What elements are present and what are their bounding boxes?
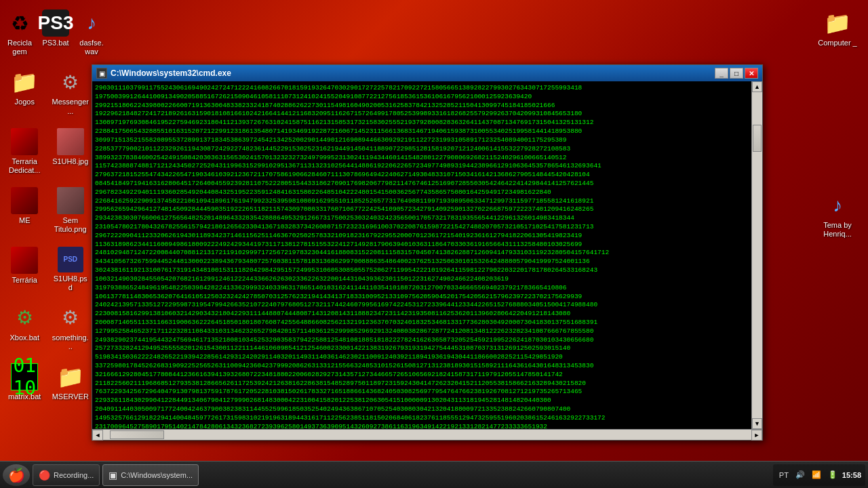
tray-lang[interactable]: PT xyxy=(777,471,791,479)
icon-computer[interactable]: 📁 Computer _ xyxy=(810,7,865,50)
cmd-window-icon: ▣ xyxy=(96,68,107,79)
icon-me[interactable]: ME xyxy=(3,184,46,228)
maximize-button[interactable]: □ xyxy=(730,68,743,79)
tray-network[interactable]: 📶 xyxy=(810,470,823,479)
desktop-icons-right: 📁 Computer _ ♪ Tema by Henriq... xyxy=(773,0,868,461)
icon-s1uh8psd[interactable]: PSD S1UH8.psd xyxy=(50,244,92,295)
icon-ps3bat[interactable]: PS3 PS3.bat xyxy=(39,7,72,50)
cmd-output: 2903011103799117552430616949024272471222… xyxy=(95,84,749,429)
desktop-icons-left: ♻ Reciclagem PS3 PS3.bat ♪ dasfse.wav 📁 … xyxy=(0,0,95,461)
hscroll-left-button[interactable]: ◄ xyxy=(92,430,103,441)
scrollbar-up-button[interactable]: ▲ xyxy=(752,81,762,92)
icon-xboxbat[interactable]: ⚙ Xbox.bat xyxy=(3,302,46,345)
icon-matrixbat[interactable]: 0110 matrix.bat xyxy=(3,361,46,404)
icon-mserver[interactable]: 📁 MSERVER xyxy=(50,361,92,404)
cmd-scrollbar[interactable]: ▲ ▼ xyxy=(751,81,762,429)
icon-s1uh8jpg[interactable]: S1UH8.jpg xyxy=(50,125,92,169)
start-button[interactable]: 🍎 xyxy=(3,464,30,486)
scrollbar-track[interactable] xyxy=(752,92,762,418)
cmd-text-area[interactable]: 2903011103799117552430616949024272471222… xyxy=(92,81,751,429)
icon-terraria2[interactable]: Terrária xyxy=(3,244,46,287)
icon-something[interactable]: ⚙ something... xyxy=(50,302,92,354)
recording-label: Recording... xyxy=(54,471,94,479)
recording-icon: 🔴 xyxy=(39,470,50,481)
cmd-hscroll[interactable]: ◄ ► xyxy=(92,429,762,440)
cmd-titlebar[interactable]: ▣ C:\Windows\system32\cmd.exe _ □ ✕ xyxy=(92,65,762,81)
icon-terraria-dedicat[interactable]: Terraria Dedicat... xyxy=(3,125,46,178)
tray-time: 15:58 xyxy=(842,471,861,479)
hscroll-track[interactable] xyxy=(103,430,751,440)
taskbar-tray: PT 🔊 📶 🔋 15:58 xyxy=(773,464,865,486)
close-button[interactable]: ✕ xyxy=(745,68,758,79)
tray-volume[interactable]: 🔊 xyxy=(793,470,807,479)
icon-jogos[interactable]: 📁 Jogos xyxy=(3,66,46,109)
icon-sem-titulo[interactable]: Sem Titulo.png xyxy=(50,184,92,237)
cmd-title: C:\Windows\system32\cmd.exe xyxy=(111,68,715,78)
icon-recycle[interactable]: ♻ Reciclagem xyxy=(3,7,36,59)
taskbar-cmd[interactable]: ▣ C:\Windows\system... xyxy=(102,464,199,486)
hscroll-right-button[interactable]: ► xyxy=(751,430,762,441)
cmd-content: 2903011103799117552430616949024272471222… xyxy=(92,81,762,429)
icon-dasfse-wav[interactable]: ♪ dasfse.wav xyxy=(75,7,108,59)
scrollbar-down-button[interactable]: ▼ xyxy=(752,418,762,429)
taskbar: 🍎 🔴 Recording... ▣ C:\Windows\system... … xyxy=(0,461,868,488)
cmd-taskbar-label: C:\Windows\system... xyxy=(121,471,193,479)
icon-tema[interactable]: ♪ Tema by Henriq... xyxy=(810,189,865,241)
cmd-window: ▣ C:\Windows\system32\cmd.exe _ □ ✕ 2903… xyxy=(92,64,763,441)
cmd-taskbar-icon: ▣ xyxy=(108,470,117,481)
scrollbar-thumb[interactable] xyxy=(753,125,762,152)
tray-battery[interactable]: 🔋 xyxy=(826,470,840,479)
minimize-button[interactable]: _ xyxy=(715,68,728,79)
desktop: ♻ Reciclagem PS3 PS3.bat ♪ dasfse.wav 📁 … xyxy=(0,0,868,488)
taskbar-recording[interactable]: 🔴 Recording... xyxy=(33,464,100,486)
cmd-window-controls: _ □ ✕ xyxy=(715,68,758,79)
hscroll-thumb[interactable] xyxy=(110,430,164,439)
icon-messenger[interactable]: ⚙ Messenger... xyxy=(50,66,92,118)
